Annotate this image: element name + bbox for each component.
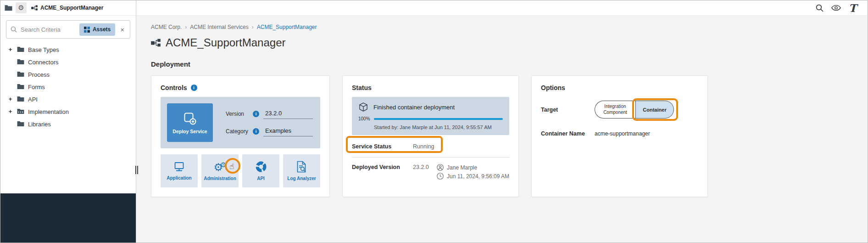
page-title-text: ACME_SupportManager	[166, 36, 285, 49]
expand-icon[interactable]: +	[7, 108, 13, 115]
divider	[352, 157, 509, 158]
deployed-at-line: Jun 11, 2024, 9:56:09 AM	[437, 173, 509, 180]
assets-filter-button[interactable]: Assets	[79, 23, 115, 36]
version-label: Version	[226, 111, 249, 117]
assets-grid-icon	[84, 27, 90, 33]
tree-item-process[interactable]: Process	[0, 68, 136, 80]
status-card-title: Status	[352, 84, 509, 91]
folder-icon[interactable]	[5, 5, 12, 11]
status-message-row: Finished container deployment	[358, 101, 503, 113]
control-tiles: Application ⚙⚙ Administration	[161, 154, 320, 187]
api-donut-icon	[255, 161, 267, 173]
log-analyzer-tile[interactable]: Log Analyzer	[283, 154, 320, 187]
tree-item-label: Libraries	[28, 120, 51, 128]
options-card: Options Target Integration Component Con…	[531, 75, 708, 197]
deploy-service-label: Deploy Service	[172, 129, 207, 134]
target-container-button[interactable]: Container	[635, 101, 674, 119]
deployed-by-name: Jane Marple	[447, 164, 477, 171]
tree-item-connectors[interactable]: Connectors	[0, 56, 136, 68]
gears-icon: ⚙⚙	[213, 161, 226, 173]
sidebar: ⚙ ACME_SupportManager Assets ×	[0, 0, 136, 243]
tree-item-label: API	[28, 96, 38, 103]
tree-item-forms[interactable]: Forms	[0, 80, 136, 93]
administration-tile[interactable]: ⚙⚙ Administration	[201, 154, 239, 187]
close-icon[interactable]: ×	[119, 26, 126, 34]
tree-item-implementation[interactable]: + Implementation	[0, 105, 136, 118]
expand-icon[interactable]: +	[7, 46, 13, 53]
hierarchy-icon	[151, 39, 161, 47]
controls-card-title: Controls i	[161, 84, 320, 91]
service-status-label: Service Status	[352, 143, 413, 150]
tree-item-label: Connectors	[28, 58, 58, 66]
version-input[interactable]: 23.2.0	[263, 109, 313, 119]
tree-item-label: Implementation	[28, 108, 69, 115]
folder-icon	[17, 59, 24, 65]
api-tile[interactable]: API	[242, 154, 279, 187]
version-field: Version i 23.2.0	[226, 109, 313, 119]
panel-resize-handle[interactable]	[135, 166, 138, 174]
container-name-value: acme-supportmanager	[595, 130, 650, 137]
application-tile[interactable]: Application	[161, 154, 198, 187]
main-topbar: T	[137, 0, 868, 16]
clock-icon	[437, 173, 444, 180]
progress-bar	[374, 118, 503, 120]
page-content: ACME Corp. › ACME Internal Services › AC…	[137, 16, 868, 197]
folder-icon	[17, 46, 24, 52]
controls-card: Controls i Deploy Service Version	[151, 75, 330, 197]
deployed-by-line: Jane Marple	[437, 164, 509, 171]
status-panel: Finished container deployment 100% Start…	[352, 97, 509, 135]
progress-percent: 100%	[358, 116, 370, 121]
folder-icon	[17, 71, 24, 77]
deployed-version-label: Deployed Version	[352, 164, 413, 170]
deploy-service-icon	[183, 112, 197, 125]
info-icon[interactable]: i	[253, 128, 259, 135]
search-icon[interactable]	[816, 4, 823, 12]
tree-item-base-types[interactable]: + Base Types	[0, 43, 136, 56]
deploy-panel: Deploy Service Version i 23.2.0 Category…	[161, 97, 320, 148]
deploy-service-button[interactable]: Deploy Service	[167, 103, 213, 142]
status-message: Finished container deployment	[373, 104, 455, 111]
deployed-version-row: Deployed Version 23.2.0 Jane Marple	[352, 164, 509, 180]
tree-item-libraries[interactable]: Libraries	[0, 118, 136, 130]
assets-filter-label: Assets	[93, 26, 111, 33]
started-by-text: Started by: Jane Marple at Jun 11, 2024,…	[374, 124, 503, 130]
window-title: ACME_SupportManager	[31, 5, 103, 11]
target-toggle: Integration Component Container	[595, 101, 674, 119]
tree-item-label: Process	[28, 71, 50, 78]
folder-icon	[17, 84, 24, 90]
container-name-row: Container Name acme-supportmanager	[541, 130, 698, 137]
eye-icon[interactable]	[831, 5, 841, 11]
service-status-row: Service Status Running	[352, 143, 509, 150]
deployed-meta: Jane Marple Jun 11, 2024, 9:56:09 AM	[437, 164, 509, 180]
asset-tree: + Base Types Connectors Process Forms +	[0, 40, 136, 130]
folder-icon	[17, 108, 24, 114]
expand-icon[interactable]: +	[7, 96, 13, 102]
breadcrumb-item[interactable]: ACME Internal Services	[190, 24, 248, 30]
settings-gear-icon[interactable]: ⚙	[16, 2, 27, 13]
app-window: ⚙ ACME_SupportManager Assets ×	[0, 0, 868, 243]
service-status-value: Running	[413, 143, 434, 150]
folder-icon	[17, 121, 24, 127]
document-search-icon	[296, 161, 307, 173]
category-field: Category i Examples	[226, 127, 313, 136]
breadcrumb-item-current[interactable]: ACME_SupportManager	[257, 24, 317, 30]
hierarchy-icon	[31, 5, 38, 11]
breadcrumb: ACME Corp. › ACME Internal Services › AC…	[151, 24, 868, 30]
tree-item-api[interactable]: + API	[0, 93, 136, 105]
deploy-fields: Version i 23.2.0 Category i Examples	[226, 103, 314, 142]
deployed-version-value: 23.2.0	[413, 164, 429, 170]
section-heading: Deployment	[151, 60, 868, 68]
breadcrumb-item[interactable]: ACME Corp.	[151, 24, 182, 30]
info-icon[interactable]: i	[191, 85, 197, 91]
search-icon	[11, 26, 17, 33]
brand-logo: T	[849, 3, 857, 13]
status-card: Status Finished container deployment 100…	[342, 75, 519, 197]
search-input[interactable]	[21, 26, 76, 33]
target-integration-component-button[interactable]: Integration Component	[595, 101, 635, 119]
container-name-label: Container Name	[541, 130, 595, 137]
category-input[interactable]: Examples	[263, 127, 313, 136]
options-card-title: Options	[541, 84, 698, 91]
info-icon[interactable]: i	[253, 111, 259, 117]
application-icon	[173, 161, 185, 172]
search-box: Assets ×	[6, 20, 130, 39]
